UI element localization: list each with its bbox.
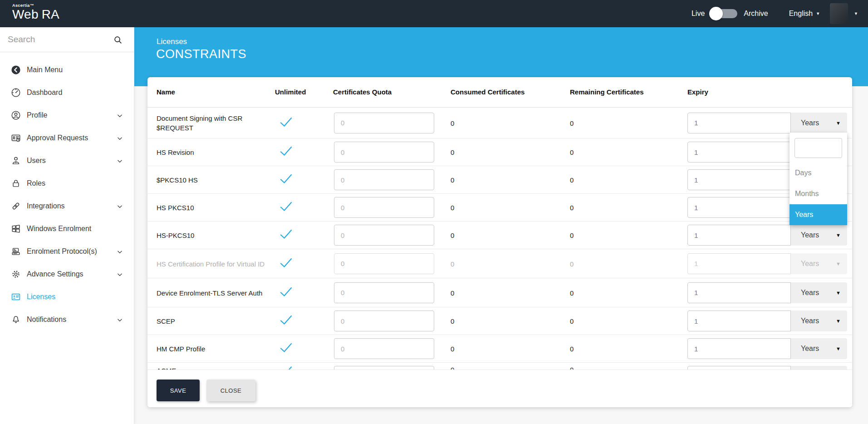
dropdown-filter-input[interactable] xyxy=(794,138,842,158)
expiry-unit-select[interactable]: Years▼ xyxy=(791,113,847,133)
sidebar-item-integrations[interactable]: Integrations xyxy=(0,195,134,217)
dropdown-option-years[interactable]: Years xyxy=(790,204,847,225)
sidebar-item-notifications[interactable]: Notifications xyxy=(0,308,134,331)
language-dropdown[interactable]: English ▼ xyxy=(789,10,820,18)
table-row: $PKCS10 HS00Years▼ xyxy=(147,166,852,194)
sidebar-item-label: Enrolment Protocol(s) xyxy=(27,247,97,256)
sidebar-item-label: Profile xyxy=(27,111,47,119)
certificates-quota-input[interactable] xyxy=(334,142,434,163)
expiry-value-input[interactable] xyxy=(687,197,791,218)
sidebar-item-main-menu[interactable]: Main Menu xyxy=(0,59,134,81)
expiry-unit-label: Years xyxy=(801,345,836,353)
dropdown-arrow-icon: ▼ xyxy=(836,318,841,324)
column-header-consumed-certificates: Consumed Certificates xyxy=(451,88,525,96)
breadcrumb: Licenses xyxy=(157,37,187,46)
unlimited-check-icon[interactable] xyxy=(280,229,292,242)
expiry-value-input[interactable] xyxy=(687,311,791,331)
expiry-unit-label: Years xyxy=(801,119,836,127)
expiry-unit-select[interactable]: Years▼ xyxy=(791,311,847,331)
expiry-value-input[interactable] xyxy=(687,338,791,359)
certificates-quota-input[interactable] xyxy=(334,366,434,370)
consumed-certificates-value: 0 xyxy=(451,119,454,127)
page-title: CONSTRAINTS xyxy=(156,47,246,61)
unlimited-check-icon[interactable] xyxy=(280,117,292,129)
chevron-down-icon xyxy=(117,158,123,166)
expiry-value-input[interactable] xyxy=(687,366,791,370)
users-icon xyxy=(11,156,21,166)
table-header: NameUnlimitedCertificates QuotaConsumed … xyxy=(147,77,852,108)
unlimited-check-icon[interactable] xyxy=(280,202,292,214)
license-card-icon xyxy=(11,292,21,302)
expiry-unit-select: Years▼ xyxy=(791,253,847,274)
unlimited-check-icon[interactable] xyxy=(280,146,292,158)
search-icon[interactable] xyxy=(113,35,123,45)
expiry-value-input xyxy=(687,253,791,274)
constraint-name: HM CMP Profile xyxy=(157,344,265,354)
column-header-expiry: Expiry xyxy=(687,88,708,96)
expiry-unit-select[interactable]: Years▼ xyxy=(791,282,847,303)
expiry-unit-select[interactable]: Years▼ xyxy=(791,225,847,246)
unlimited-check-icon[interactable] xyxy=(280,174,292,186)
sidebar-search xyxy=(0,27,134,52)
toggle-knob[interactable] xyxy=(709,7,723,20)
expiry-value-input[interactable] xyxy=(687,142,791,163)
unlimited-check-icon[interactable] xyxy=(280,343,292,355)
consumed-certificates-value: 0 xyxy=(451,176,454,184)
user-menu-caret-icon[interactable]: ▼ xyxy=(854,11,858,16)
chevron-down-icon: ▼ xyxy=(816,11,820,16)
expiry-value-input[interactable] xyxy=(687,113,791,133)
link-icon xyxy=(11,201,21,211)
certificates-quota-input[interactable] xyxy=(334,338,434,359)
remaining-certificates-value: 0 xyxy=(570,366,574,370)
dropdown-option-days[interactable]: Days xyxy=(790,163,847,183)
sidebar-item-users[interactable]: Users xyxy=(0,149,134,172)
expiry-value-input[interactable] xyxy=(687,169,791,190)
close-button[interactable]: CLOSE xyxy=(206,380,255,401)
table-body[interactable]: Document Signing with CSR $REQUEST00Year… xyxy=(147,108,852,370)
remaining-certificates-value: 0 xyxy=(570,345,574,353)
certificates-quota-input[interactable] xyxy=(334,197,434,218)
column-header-remaining-certificates: Remaining Certificates xyxy=(570,88,644,96)
sidebar-item-licenses[interactable]: Licenses xyxy=(0,286,134,308)
topbar-controls: Live Archive English ▼ ▼ xyxy=(691,0,858,27)
dropdown-option-months[interactable]: Months xyxy=(790,183,847,204)
certificates-quota-input[interactable] xyxy=(334,282,434,303)
live-archive-toggle[interactable] xyxy=(710,9,737,18)
sidebar-item-dashboard[interactable]: Dashboard xyxy=(0,81,134,104)
expiry-value-input[interactable] xyxy=(687,282,791,303)
unlimited-check-icon[interactable] xyxy=(280,315,292,327)
sidebar-item-label: Notifications xyxy=(27,316,66,324)
chevron-down-icon xyxy=(117,113,123,121)
column-header-unlimited: Unlimited xyxy=(275,88,306,96)
expiry-unit-select[interactable]: Years▼ xyxy=(791,366,847,370)
table-row: HS Certification Profile for Virtual ID0… xyxy=(147,249,852,278)
main-content: Licenses CONSTRAINTS NameUnlimitedCertif… xyxy=(134,27,868,424)
sidebar-item-advance-settings[interactable]: Advance Settings xyxy=(0,263,134,286)
unlimited-check-icon[interactable] xyxy=(280,257,292,270)
remaining-certificates-value: 0 xyxy=(570,176,574,184)
sidebar-item-label: Main Menu xyxy=(27,66,63,74)
sidebar-item-label: Windows Enrolment xyxy=(27,225,91,233)
sidebar-nav: Main MenuDashboardProfileApproval Reques… xyxy=(0,52,134,331)
dropdown-arrow-icon: ▼ xyxy=(836,232,841,238)
expiry-value-input[interactable] xyxy=(687,225,791,246)
certificates-quota-input[interactable] xyxy=(334,225,434,246)
remaining-certificates-value: 0 xyxy=(570,148,574,156)
expiry-unit-select[interactable]: Years▼ xyxy=(791,338,847,359)
search-input[interactable] xyxy=(0,27,109,52)
avatar[interactable] xyxy=(830,3,848,24)
sidebar-item-approval-requests[interactable]: Approval Requests xyxy=(0,127,134,149)
certificates-quota-input[interactable] xyxy=(334,113,434,133)
sidebar-item-windows-enrolment[interactable]: Windows Enrolment xyxy=(0,217,134,240)
certificates-quota-input[interactable] xyxy=(334,169,434,190)
sidebar-item-roles[interactable]: Roles xyxy=(0,172,134,195)
live-label: Live xyxy=(691,10,705,18)
unlimited-check-icon[interactable] xyxy=(280,286,292,299)
sidebar-item-enrolment-protocol-s-[interactable]: Enrolment Protocol(s) xyxy=(0,240,134,263)
save-button[interactable]: SAVE xyxy=(157,380,200,401)
brand-logo[interactable]: Ascertia™ WebRA xyxy=(12,3,59,21)
consumed-certificates-value: 0 xyxy=(451,204,454,212)
certificates-quota-input[interactable] xyxy=(334,311,434,331)
sidebar-item-profile[interactable]: Profile xyxy=(0,104,134,127)
unlimited-check-icon[interactable] xyxy=(280,366,292,370)
